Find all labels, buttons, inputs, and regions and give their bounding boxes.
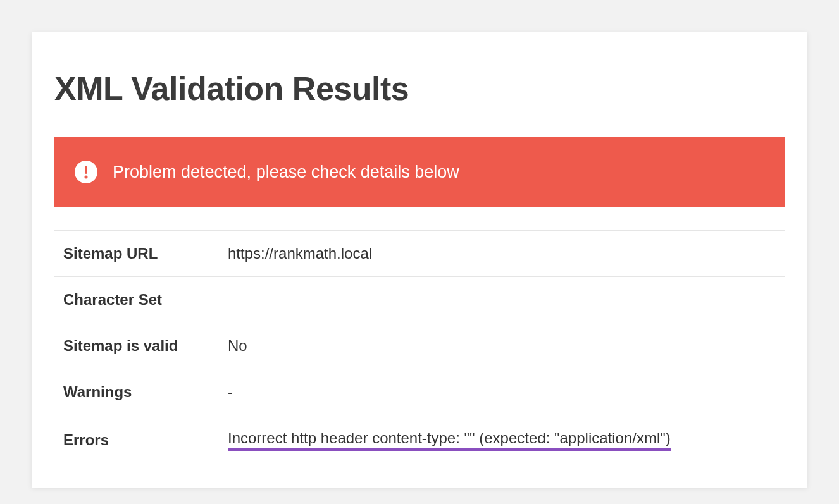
alert-message: Problem detected, please check details b… [113, 163, 459, 182]
svg-rect-1 [85, 166, 87, 174]
results-card: XML Validation Results Problem detected,… [32, 32, 807, 488]
row-warnings: Warnings - [54, 369, 785, 415]
value-sitemap-url: https://rankmath.local [219, 231, 785, 277]
value-sitemap-valid: No [219, 323, 785, 369]
error-text: Incorrect http header content-type: "" (… [228, 429, 671, 451]
svg-point-2 [85, 176, 88, 179]
value-character-set [219, 277, 785, 323]
label-errors: Errors [54, 415, 219, 465]
label-character-set: Character Set [54, 277, 219, 323]
label-sitemap-valid: Sitemap is valid [54, 323, 219, 369]
details-table: Sitemap URL https://rankmath.local Chara… [54, 230, 785, 465]
value-errors: Incorrect http header content-type: "" (… [219, 415, 785, 465]
label-sitemap-url: Sitemap URL [54, 231, 219, 277]
page-title: XML Validation Results [54, 70, 785, 108]
value-warnings: - [219, 369, 785, 415]
label-warnings: Warnings [54, 369, 219, 415]
exclamation-icon [75, 161, 97, 183]
row-sitemap-url: Sitemap URL https://rankmath.local [54, 231, 785, 277]
row-errors: Errors Incorrect http header content-typ… [54, 415, 785, 465]
error-alert: Problem detected, please check details b… [54, 137, 785, 207]
row-sitemap-valid: Sitemap is valid No [54, 323, 785, 369]
row-character-set: Character Set [54, 277, 785, 323]
